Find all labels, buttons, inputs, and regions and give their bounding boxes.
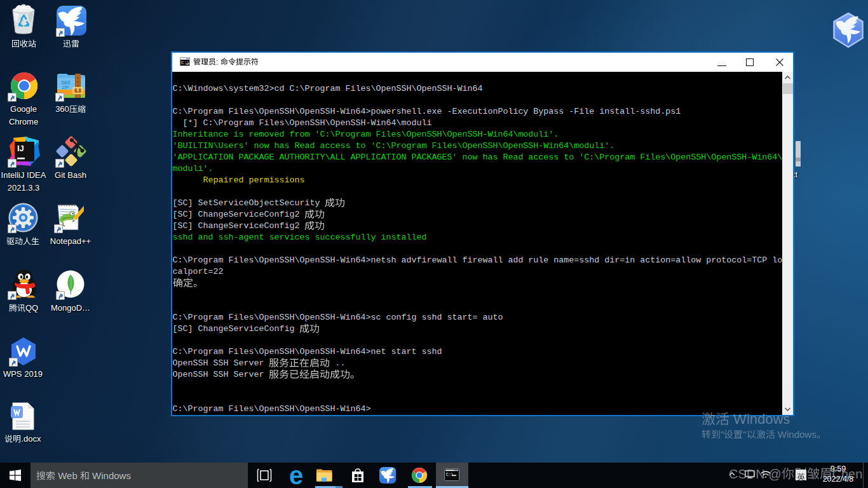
svg-text:ZIP: ZIP bbox=[62, 85, 69, 90]
svg-text:C:\: C:\ bbox=[181, 60, 190, 65]
svg-text:IJ: IJ bbox=[17, 144, 24, 153]
svg-text:C:\: C:\ bbox=[446, 473, 454, 477]
